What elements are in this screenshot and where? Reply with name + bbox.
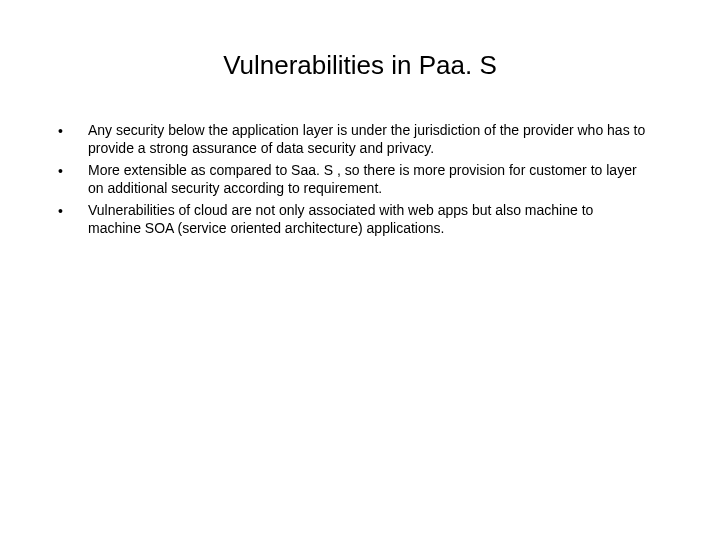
list-item: • Any security below the application lay… — [50, 121, 650, 157]
bullet-icon: • — [50, 201, 88, 220]
slide: Vulnerabilities in Paa. S • Any security… — [0, 0, 720, 540]
list-item: • Vulnerabilities of cloud are not only … — [50, 201, 650, 237]
bullet-icon: • — [50, 121, 88, 140]
bullet-text: More extensible as compared to Saa. S , … — [88, 161, 650, 197]
bullet-icon: • — [50, 161, 88, 180]
list-item: • More extensible as compared to Saa. S … — [50, 161, 650, 197]
bullet-list: • Any security below the application lay… — [40, 121, 680, 237]
bullet-text: Any security below the application layer… — [88, 121, 650, 157]
slide-title: Vulnerabilities in Paa. S — [40, 50, 680, 81]
bullet-text: Vulnerabilities of cloud are not only as… — [88, 201, 650, 237]
